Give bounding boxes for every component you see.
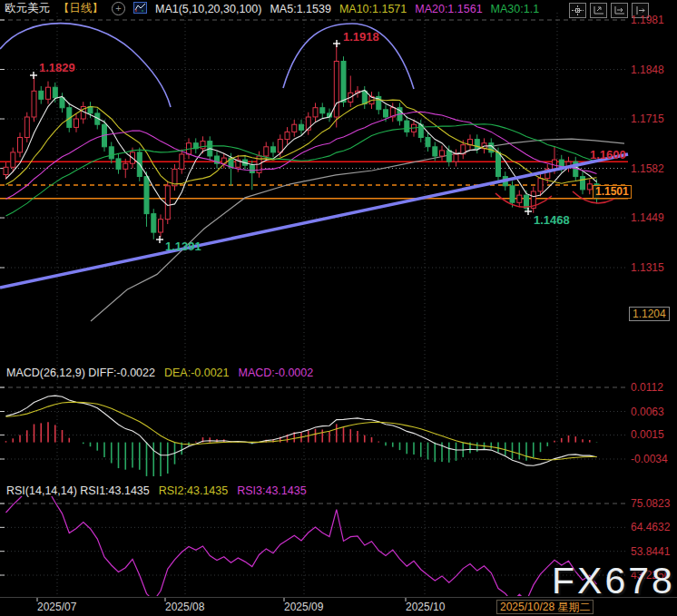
price-axis-label: 1.1449 <box>631 212 664 224</box>
macd-axis-label: 0.0015 <box>631 429 664 441</box>
price-annotation: 1.1391 <box>165 240 201 252</box>
fit-vertical-icon[interactable] <box>590 3 607 18</box>
rsi-name-rsi1: RSI(14,14,14) RSI1:43.1435 <box>6 484 150 497</box>
price-annotation: 1.1918 <box>343 31 379 43</box>
ma30-value: MA30:1.1 <box>491 3 540 15</box>
ma10-value: MA10:1.1571 <box>339 3 407 15</box>
range-low-tag: 1.1204 <box>629 307 670 321</box>
symbol-name: 欧元美元 <box>5 1 50 16</box>
macd-axis-label: 0.0063 <box>631 406 664 418</box>
chart-canvas[interactable] <box>0 0 677 616</box>
fx678-watermark: FX678 <box>552 560 675 602</box>
chart-type-icon[interactable] <box>133 2 147 16</box>
period-label: 【日线】 <box>58 1 103 16</box>
price-axis-label: 1.1315 <box>631 262 664 274</box>
rsi-legend: RSI(14,14,14) RSI1:43.1435 RSI2:43.1435 … <box>6 484 307 497</box>
fit-horizontal-icon[interactable] <box>611 3 628 18</box>
macd-name-diff: MACD(26,12,9) DIFF:-0.0022 <box>6 367 155 379</box>
macd-macd-value: MACD:-0.0002 <box>239 367 314 379</box>
rsi-axis-label: 75.0823 <box>631 498 670 510</box>
last-price-tag: 1.1501 <box>593 185 632 199</box>
rsi-axis-label: 53.8441 <box>631 546 670 558</box>
time-axis-label: 2025/09 <box>284 601 323 613</box>
time-axis-label: 2025/08 <box>165 601 204 613</box>
price-axis-label: 1.1582 <box>631 163 664 175</box>
title-bar: 欧元美元 【日线】 + MA1(5,10,20,30,100) MA5:1.15… <box>5 2 539 15</box>
time-axis-label: 2025/10 <box>406 601 445 613</box>
macd-dea-value: DEA:-0.0021 <box>164 367 230 379</box>
macd-axis-label: 0.0112 <box>631 382 663 394</box>
rsi2-value: RSI2:43.1435 <box>159 484 228 497</box>
price-annotation: 1.1829 <box>39 62 75 73</box>
price-annotation: 1.1468 <box>534 214 570 226</box>
rsi-axis-label: 64.4632 <box>631 522 670 533</box>
time-axis-label: 2025/07 <box>37 601 76 613</box>
zoom-plus-icon[interactable]: + <box>112 2 125 15</box>
crosshair-icon[interactable] <box>569 3 586 18</box>
ma5-value: MA5:1.1539 <box>270 3 330 15</box>
macd-axis-label: -0.0034 <box>631 454 668 465</box>
macd-legend: MACD(26,12,9) DIFF:-0.0022 DEA:-0.0021 M… <box>6 366 313 379</box>
ma-settings-label: MA1(5,10,20,30,100) <box>155 3 261 15</box>
price-axis-label: 1.1981 <box>631 15 664 26</box>
price-annotation: 1.1600 <box>590 149 626 161</box>
price-axis-label: 1.1715 <box>631 113 664 125</box>
price-axis-label: 1.1848 <box>631 64 664 76</box>
chart-window: 欧元美元 【日线】 + MA1(5,10,20,30,100) MA5:1.15… <box>0 0 677 616</box>
ma20-value: MA20:1.1561 <box>415 3 482 15</box>
rsi3-value: RSI3:43.1435 <box>237 484 306 497</box>
